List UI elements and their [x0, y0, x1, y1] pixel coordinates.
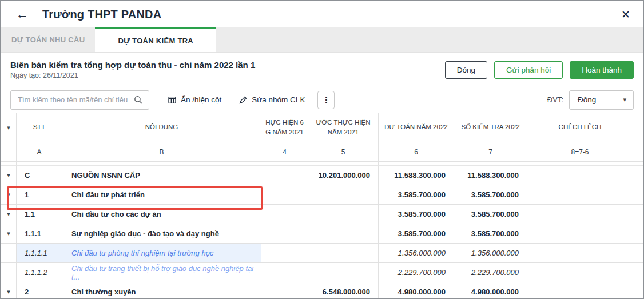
- table-body: ▾ C NGUỒN NSNN CẤP 10.201.000.000 11.588…: [1, 166, 643, 299]
- expand-row-icon[interactable]: ▾: [7, 192, 10, 198]
- table-row[interactable]: ▾ 1.1 Chi đầu tư cho các dự án 3.585.700…: [1, 205, 643, 224]
- header-body-spacer: [1, 162, 643, 166]
- row-expander-cell[interactable]: ▾: [1, 224, 17, 244]
- row-name[interactable]: Chi đầu tư cho các dự án: [62, 205, 261, 224]
- row-expander-cell[interactable]: [1, 244, 17, 263]
- send-feedback-button[interactable]: Gửi phản hồi: [494, 61, 563, 79]
- row-stt: 1: [17, 185, 62, 205]
- row-expander-cell[interactable]: ▾: [1, 282, 17, 299]
- row-value-chech-lech: [527, 185, 633, 205]
- row-expander-cell[interactable]: ▾: [1, 166, 17, 185]
- table-columns-icon: [168, 95, 177, 105]
- expand-all-icon[interactable]: ▾: [7, 125, 10, 131]
- search-input[interactable]: [18, 95, 133, 104]
- back-arrow-icon[interactable]: ←: [16, 8, 29, 21]
- row-stt: 1.1.1.2: [17, 263, 62, 282]
- close-button[interactable]: Đóng: [445, 61, 487, 79]
- row-expander-cell[interactable]: ▾: [1, 185, 17, 205]
- row-value-uoc-thuc-hien: [308, 205, 379, 224]
- edit-clk-group-button[interactable]: Sửa nhóm CLK: [238, 95, 305, 105]
- more-options-button[interactable]: ⋮: [317, 91, 335, 109]
- col-header-stt[interactable]: STT: [17, 113, 62, 142]
- tab-bar: DỰ TOÁN NHU CẦU DỰ TOÁN KIỂM TRA: [1, 27, 643, 53]
- title-bar: ← Trường THPT PANDA ✕: [1, 1, 643, 27]
- col-header-du-toan-2022[interactable]: DỰ TOÁN NĂM 2022: [379, 113, 454, 142]
- table-row[interactable]: ▾ 1.1.1 Sự nghiệp giáo dục - đào tạo và …: [1, 224, 643, 244]
- toggle-columns-label: Ẩn /hiện cột: [181, 95, 221, 104]
- code-cell-7: 7: [454, 142, 527, 162]
- table-row[interactable]: 1.1.1.1 Chi đầu tư phòng thí nghiệm tại …: [1, 244, 643, 263]
- search-icon[interactable]: [133, 95, 143, 105]
- row-value-du-toan-2022: 2.229.700.000: [379, 263, 454, 282]
- row-name[interactable]: Chi đầu tư phòng thí nghiệm tại trường h…: [62, 244, 261, 263]
- row-value-uoc-thuc-hien: [308, 263, 379, 282]
- expand-row-icon[interactable]: ▾: [7, 211, 10, 217]
- pencil-icon: [238, 95, 248, 105]
- row-value-col4: [261, 263, 308, 282]
- row-stt: 1.1.1.1: [17, 244, 62, 263]
- row-name[interactable]: NGUỒN NSNN CẤP: [62, 166, 261, 185]
- row-name[interactable]: Chi đầu tư phát triển: [62, 185, 261, 205]
- row-value-uoc-thuc-hien: [308, 185, 379, 205]
- unit-dropdown[interactable]: Đồng ▾: [569, 90, 634, 110]
- row-name[interactable]: Chi thường xuyên: [62, 282, 261, 299]
- row-value-du-toan-2022: 3.585.700.000: [379, 224, 454, 244]
- row-value-col4: [261, 166, 308, 185]
- row-value-so-kiem-tra-2022: 3.585.700.000: [454, 185, 527, 205]
- expand-row-icon[interactable]: ▾: [7, 289, 10, 295]
- document-created-date: Ngày tạo: 26/11/2021: [10, 71, 255, 79]
- col-header-chech-lech[interactable]: CHÊCH LỆCH: [527, 113, 633, 142]
- row-filler-cell: [633, 166, 643, 185]
- table-row[interactable]: 1.1.1.2 Chi đầu tư trang thiết bị hỗ trợ…: [1, 263, 643, 282]
- row-value-du-toan-2022: 3.585.700.000: [379, 185, 454, 205]
- row-value-du-toan-2022: 4.980.000.000: [379, 282, 454, 299]
- code-cell-a: A: [17, 142, 62, 162]
- tab-du-toan-kiem-tra[interactable]: DỰ TOÁN KIỂM TRA: [95, 27, 216, 52]
- table-row[interactable]: ▾ C NGUỒN NSNN CẤP 10.201.000.000 11.588…: [1, 166, 643, 185]
- col-header-thuc-hien-6-thang[interactable]: HỰC HIỆN 6 G NĂM 2021: [261, 113, 308, 142]
- complete-button[interactable]: Hoàn thành: [570, 61, 634, 79]
- col-header-uoc-thuc-hien[interactable]: ƯỚC THỰC HIỆN NĂM 2021: [308, 113, 379, 142]
- row-value-uoc-thuc-hien: 10.201.000.000: [308, 166, 379, 185]
- row-value-so-kiem-tra-2022: 2.229.700.000: [454, 263, 527, 282]
- row-stt: C: [17, 166, 62, 185]
- row-value-chech-lech: [527, 282, 633, 299]
- row-value-chech-lech: [527, 263, 633, 282]
- vertical-dots-icon: ⋮: [322, 95, 331, 105]
- table-toolbar: Ẩn /hiện cột Sửa nhóm CLK ⋮ ĐVT: Đồng ▾: [1, 87, 643, 113]
- row-expander-cell[interactable]: [1, 263, 17, 282]
- row-value-so-kiem-tra-2022: 3.585.700.000: [454, 205, 527, 224]
- row-expander-cell[interactable]: ▾: [1, 205, 17, 224]
- row-value-chech-lech: [527, 244, 633, 263]
- row-value-col4: [261, 244, 308, 263]
- row-value-du-toan-2022: 3.585.700.000: [379, 205, 454, 224]
- expand-row-icon[interactable]: ▾: [7, 230, 10, 237]
- row-value-uoc-thuc-hien: [308, 224, 379, 244]
- unit-label: ĐVT:: [547, 95, 563, 104]
- row-value-so-kiem-tra-2022: 4.980.000.000: [454, 282, 527, 299]
- expand-row-icon[interactable]: ▾: [7, 172, 10, 178]
- code-cell-4: 4: [261, 142, 308, 162]
- col-header-so-kiem-tra-2022[interactable]: SỐ KIỂM TRA 2022: [454, 113, 527, 142]
- row-value-col4: [261, 282, 308, 299]
- row-value-du-toan-2022: 11.588.300.000: [379, 166, 454, 185]
- search-box[interactable]: [10, 90, 149, 110]
- code-cell-5: 5: [308, 142, 379, 162]
- table-row[interactable]: ▾ 2 Chi thường xuyên 6.548.000.000 4.980…: [1, 282, 643, 299]
- table-row[interactable]: ▾ 1 Chi đầu tư phát triển 3.585.700.000 …: [1, 185, 643, 205]
- row-value-so-kiem-tra-2022: 11.588.300.000: [454, 166, 527, 185]
- row-filler-cell: [633, 224, 643, 244]
- table-header-row: ▾ STT NỘI DUNG HỰC HIỆN 6 G NĂM 2021 ƯỚC…: [1, 113, 643, 142]
- code-cell: [1, 142, 17, 162]
- code-cell-b: B: [62, 142, 261, 162]
- close-icon[interactable]: ✕: [621, 9, 630, 20]
- row-name[interactable]: Chi đầu tư trang thiết bị hỗ trợ giáo dụ…: [62, 263, 261, 282]
- row-value-chech-lech: [527, 205, 633, 224]
- col-header-noi-dung[interactable]: NỘI DUNG: [62, 113, 261, 142]
- row-value-col4: [261, 205, 308, 224]
- toggle-columns-button[interactable]: Ẩn /hiện cột: [168, 95, 221, 105]
- tab-du-toan-nhu-cau[interactable]: DỰ TOÁN NHU CẦU: [1, 27, 95, 52]
- row-name[interactable]: Sự nghiệp giáo dục - đào tạo và dạy nghề: [62, 224, 261, 244]
- expand-all-cell[interactable]: ▾: [1, 113, 17, 142]
- col-header-filler: [633, 113, 643, 142]
